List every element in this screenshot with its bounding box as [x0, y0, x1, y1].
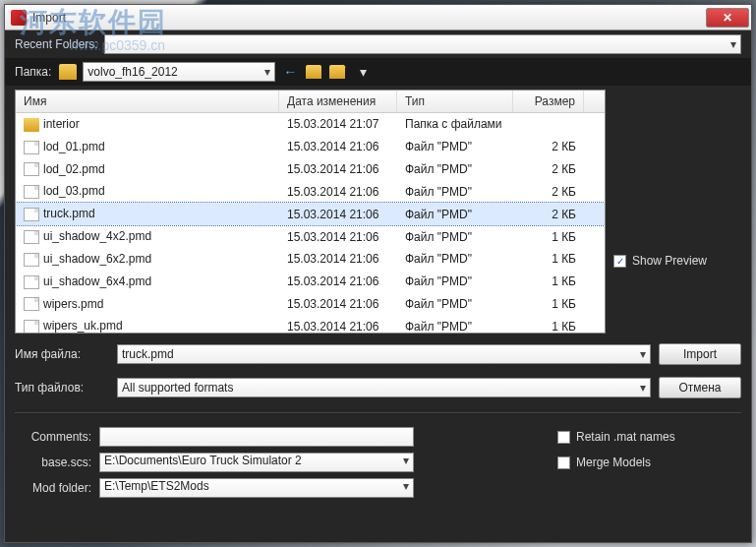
show-preview-row[interactable]: ✓ Show Preview [613, 254, 707, 268]
folder-nav-row: Папка: volvo_fh16_2012 ← ✦ ▾ [5, 58, 751, 86]
file-icon [24, 185, 39, 199]
window-title: Import [32, 11, 706, 25]
file-type-cell: Файл "PMD" [397, 206, 513, 223]
column-name[interactable]: Имя [16, 91, 279, 112]
modfolder-combo[interactable]: E:\Temp\ETS2Mods [99, 478, 414, 498]
file-size-cell: 1 КБ [513, 273, 584, 290]
file-icon [24, 162, 39, 176]
file-date-cell: 15.03.2014 21:06 [279, 183, 397, 201]
view-menu-button[interactable]: ▾ [352, 62, 374, 82]
preview-panel: ✓ Show Preview [613, 90, 741, 334]
import-button[interactable]: Import [659, 343, 741, 365]
file-name-cell: wipers_uk.pmd [16, 317, 279, 334]
merge-models-row[interactable]: Merge Models [557, 456, 651, 469]
file-type-cell: Папка с файлами [397, 115, 513, 133]
retain-mat-checkbox[interactable] [557, 431, 570, 444]
file-row[interactable]: ui_shadow_6x4.pmd15.03.2014 21:06Файл "P… [16, 271, 605, 293]
file-date-cell: 15.03.2014 21:06 [279, 228, 397, 246]
titlebar[interactable]: Import ✕ [5, 5, 751, 30]
current-folder-name: volvo_fh16_2012 [87, 65, 177, 79]
file-type-cell: Файл "PMD" [397, 138, 513, 155]
file-row[interactable]: truck.pmd15.03.2014 21:06Файл "PMD"2 КБ [16, 203, 605, 225]
file-size-cell: 2 КБ [513, 206, 584, 223]
file-type-cell: Файл "PMD" [397, 228, 513, 246]
file-rows: interior15.03.2014 21:07Папка с файламиl… [16, 113, 605, 334]
file-row[interactable]: interior15.03.2014 21:07Папка с файлами [16, 113, 605, 136]
new-folder-icon[interactable]: ✦ [328, 63, 348, 81]
file-date-cell: 15.03.2014 21:06 [279, 250, 397, 268]
basescs-label: base.scs: [15, 456, 91, 469]
comments-row: Comments: Retain .mat names [15, 427, 741, 447]
file-size-cell: 2 КБ [513, 160, 584, 178]
filename-row: Имя файла: truck.pmd Import [5, 337, 751, 371]
file-list[interactable]: Имя Дата изменения Тип Размер interior15… [15, 90, 606, 334]
file-icon [24, 230, 39, 244]
basescs-row: base.scs: E:\Documents\Euro Truck Simula… [15, 453, 741, 472]
column-type[interactable]: Тип [397, 91, 513, 112]
basescs-combo[interactable]: E:\Documents\Euro Truck Simulator 2 [99, 453, 414, 472]
file-name-cell: lod_03.pmd [16, 182, 279, 201]
file-size-cell: 1 КБ [513, 318, 584, 334]
file-date-cell: 15.03.2014 21:06 [279, 206, 397, 223]
filetype-label: Тип файлов: [15, 381, 109, 395]
merge-models-label: Merge Models [576, 456, 651, 469]
folder-icon [24, 118, 39, 132]
up-folder-icon[interactable] [305, 63, 324, 81]
file-icon [24, 141, 39, 154]
file-size-cell: 2 КБ [513, 183, 584, 201]
filetype-value: All supported formats [122, 381, 233, 395]
file-row[interactable]: ui_shadow_4x2.pmd15.03.2014 21:06Файл "P… [16, 225, 605, 248]
file-row[interactable]: wipers_uk.pmd15.03.2014 21:06Файл "PMD"1… [16, 315, 605, 334]
dialog-content: Recent Folders: Папка: volvo_fh16_2012 ←… [5, 30, 751, 542]
filename-label: Имя файла: [15, 347, 109, 361]
comments-input[interactable] [99, 427, 414, 447]
close-button[interactable]: ✕ [706, 8, 749, 28]
file-row[interactable]: wipers.pmd15.03.2014 21:06Файл "PMD"1 КБ [16, 293, 605, 316]
modfolder-value: E:\Temp\ETS2Mods [104, 479, 209, 493]
recent-folders-combo[interactable] [104, 34, 741, 54]
file-type-cell: Файл "PMD" [397, 295, 513, 313]
file-size-cell: 1 КБ [513, 228, 584, 246]
file-date-cell: 15.03.2014 21:06 [279, 295, 397, 313]
file-date-cell: 15.03.2014 21:06 [279, 138, 397, 155]
import-dialog: Import ✕ Recent Folders: Папка: volvo_fh… [4, 4, 752, 543]
file-name-cell: lod_02.pmd [16, 160, 279, 179]
file-type-cell: Файл "PMD" [397, 183, 513, 201]
comments-label: Comments: [15, 430, 91, 444]
current-folder-combo[interactable]: volvo_fh16_2012 [83, 62, 275, 82]
recent-folders-row: Recent Folders: [5, 30, 751, 58]
retain-mat-row[interactable]: Retain .mat names [557, 430, 675, 444]
filetype-combo[interactable]: All supported formats [117, 378, 651, 397]
file-row[interactable]: ui_shadow_6x2.pmd15.03.2014 21:06Файл "P… [16, 248, 605, 271]
file-size-cell: 1 КБ [513, 250, 584, 268]
back-button[interactable]: ← [279, 62, 301, 82]
file-type-cell: Файл "PMD" [397, 160, 513, 178]
file-type-cell: Файл "PMD" [397, 273, 513, 290]
show-preview-checkbox[interactable]: ✓ [613, 255, 626, 268]
file-size-cell [513, 122, 584, 126]
file-icon [24, 253, 39, 267]
file-row[interactable]: lod_02.pmd15.03.2014 21:06Файл "PMD"2 КБ [16, 158, 605, 181]
modfolder-label: Mod folder: [15, 481, 91, 495]
column-date[interactable]: Дата изменения [279, 91, 397, 112]
merge-models-checkbox[interactable] [557, 456, 570, 469]
bottom-options: Comments: Retain .mat names base.scs: E:… [5, 421, 751, 510]
file-name-cell: interior [16, 115, 279, 134]
show-preview-label: Show Preview [632, 254, 707, 268]
file-row[interactable]: lod_01.pmd15.03.2014 21:06Файл "PMD"2 КБ [16, 136, 605, 158]
column-size[interactable]: Размер [513, 91, 584, 112]
file-row[interactable]: lod_03.pmd15.03.2014 21:06Файл "PMD"2 КБ [16, 180, 605, 203]
filename-input[interactable]: truck.pmd [117, 344, 651, 364]
file-icon [24, 320, 39, 334]
basescs-value: E:\Documents\Euro Truck Simulator 2 [104, 454, 302, 467]
file-header: Имя Дата изменения Тип Размер [16, 91, 605, 113]
file-name-cell: wipers.pmd [16, 295, 279, 314]
file-area: Имя Дата изменения Тип Размер interior15… [5, 86, 751, 337]
folder-icon [59, 64, 77, 80]
file-date-cell: 15.03.2014 21:06 [279, 273, 397, 290]
file-type-cell: Файл "PMD" [397, 250, 513, 268]
file-name-cell: ui_shadow_6x2.pmd [16, 250, 279, 269]
file-name-cell: lod_01.pmd [16, 138, 279, 156]
cancel-button[interactable]: Отмена [659, 377, 741, 398]
file-name-cell: ui_shadow_6x4.pmd [16, 273, 279, 291]
